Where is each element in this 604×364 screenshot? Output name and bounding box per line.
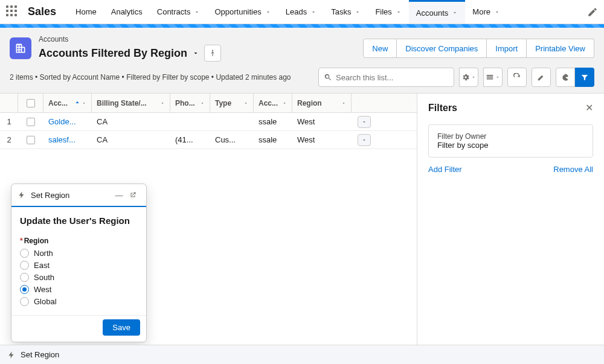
filter-button[interactable] [575,68,594,87]
nav-item-files[interactable]: Files [368,0,408,24]
search-input[interactable] [336,73,449,82]
discover-companies-button[interactable]: Discover Companies [397,39,487,58]
nav-item-label: Leads [286,7,307,16]
printable-view-button[interactable]: Printable View [527,39,594,58]
filters-title: Filters [428,103,457,113]
remove-all-link[interactable]: Remove All [553,165,593,174]
chevron-down-icon [355,9,361,15]
nav-item-label: Opportunities [214,7,261,16]
list-meta-text: 2 items • Sorted by Account Name • Filte… [10,73,291,81]
app-name: Sales [28,5,56,18]
col-header-accsite[interactable]: Acc... [259,99,278,107]
search-icon [324,73,332,81]
nav-item-home[interactable]: Home [68,0,104,24]
region-field-label: Region [24,237,49,245]
cell-state: CA [92,117,170,126]
region-option-global[interactable]: Global [20,297,138,306]
inline-edit-button[interactable] [532,68,551,87]
modal-header: Set Region [31,191,109,200]
row-number: 1 [0,117,18,126]
nav-item-label: Accounts [416,8,448,18]
object-label: Accounts [39,35,221,43]
chevron-down-icon [265,9,271,15]
row-menu-button[interactable] [358,134,371,146]
pin-button[interactable] [204,45,221,62]
search-box[interactable] [318,68,454,87]
nav-item-label: Home [76,7,97,16]
radio-icon [20,249,29,258]
select-all-checkbox[interactable] [27,99,35,107]
app-launcher[interactable] [6,5,19,19]
radio-icon [20,261,29,270]
popout-icon[interactable] [129,191,140,199]
close-icon[interactable]: ✕ [585,102,593,113]
region-option-west[interactable]: West [20,285,138,294]
chevron-down-icon [194,9,200,15]
refresh-button[interactable] [507,68,527,87]
cell-state: CA [92,135,170,144]
nav-item-tasks[interactable]: Tasks [324,0,368,24]
account-link[interactable]: salesf... [48,135,76,144]
row-checkbox[interactable] [27,118,35,126]
col-header-region[interactable]: Region [297,99,322,107]
cell-accsite: ssale [254,135,292,144]
radio-icon [20,297,29,306]
list-view-title: Accounts Filtered By Region [39,47,187,60]
add-filter-link[interactable]: Add Filter [428,165,462,174]
cell-accsite: ssale [254,117,292,126]
nav-item-contracts[interactable]: Contracts [150,0,208,24]
nav-item-analytics[interactable]: Analytics [104,0,150,24]
cell-region: West [292,135,352,144]
cell-region: West [292,117,352,126]
region-option-north[interactable]: North [20,249,138,258]
table-row: 2salesf...CA(41...Cus...ssaleWest [0,131,417,149]
table-row: 1Golde...CAssaleWest [0,113,417,131]
filter-owner-card[interactable]: Filter by Owner Filter by scope [428,124,593,158]
col-header-phone[interactable]: Pho... [175,99,195,107]
list-settings-button[interactable] [459,68,478,87]
filter-owner-label: Filter by Owner [437,132,584,141]
import-button[interactable]: Import [487,39,527,58]
utility-bar-label: Set Region [21,350,59,359]
chevron-down-icon [452,10,458,16]
nav-item-leads[interactable]: Leads [278,0,324,24]
chart-button[interactable] [556,68,575,87]
cell-type: Cus... [210,135,254,144]
list-view-switcher-icon[interactable] [192,49,199,57]
col-header-name[interactable]: Acc... [48,99,68,107]
account-icon [10,37,31,59]
modal-title: Update the User's Region [20,216,138,226]
bolt-icon [7,351,16,359]
utility-bar-item[interactable]: Set Region [0,345,604,364]
minimize-icon[interactable]: — [114,191,124,200]
col-header-type[interactable]: Type [215,99,231,107]
chevron-down-icon [396,9,402,15]
radio-label: North [34,249,53,258]
save-button[interactable]: Save [103,319,140,336]
filter-owner-value: Filter by scope [437,141,584,150]
chevron-down-icon [310,9,316,15]
nav-item-more[interactable]: More [465,0,507,24]
bolt-icon [18,191,26,199]
region-option-east[interactable]: East [20,261,138,270]
radio-label: West [34,285,51,294]
radio-label: Global [34,297,57,306]
pencil-icon[interactable] [587,7,598,18]
nav-item-label: Contracts [157,7,191,16]
new-button[interactable]: New [363,39,397,58]
set-region-modal: Set Region — Update the User's Region *R… [11,184,147,342]
row-checkbox[interactable] [27,136,35,144]
account-link[interactable]: Golde... [48,117,76,126]
display-as-button[interactable] [483,68,503,87]
col-header-state[interactable]: Billing State/... [97,99,147,107]
nav-item-accounts[interactable]: Accounts [409,0,465,24]
region-option-south[interactable]: South [20,273,138,282]
chevron-down-icon [494,9,500,15]
radio-icon [20,285,29,294]
row-number: 2 [0,135,18,144]
cell-phone: (41... [170,135,210,144]
nav-item-label: Analytics [111,7,143,16]
row-menu-button[interactable] [358,116,371,128]
nav-item-opportunities[interactable]: Opportunities [207,0,278,24]
nav-item-label: More [472,7,490,16]
